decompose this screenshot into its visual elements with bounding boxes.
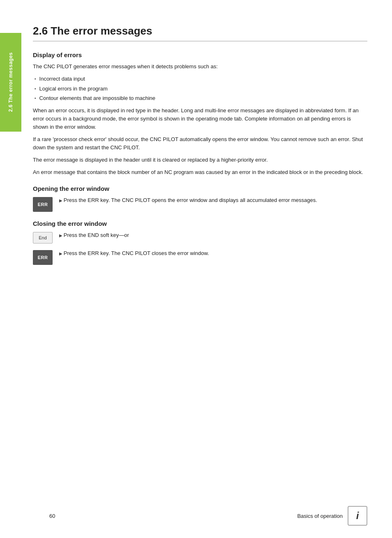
close-end-text: Press the END soft key—or <box>59 231 367 239</box>
display-errors-para2: If a rare 'processor check error' should… <box>33 135 367 152</box>
err-key-open: ERR <box>33 197 53 212</box>
bullet-item-3: Contour elements that are impossible to … <box>35 94 367 102</box>
error-bullet-list: Incorrect data input Logical errors in t… <box>33 75 367 102</box>
bullet-item-1: Incorrect data input <box>35 75 367 83</box>
chapter-title: 2.6 The error messages <box>33 25 367 42</box>
end-key-close: End <box>33 232 53 243</box>
section-heading-closing: Closing the error window <box>33 220 367 227</box>
bullet-item-2: Logical errors in the program <box>35 85 367 93</box>
page-number: 60 <box>49 513 55 519</box>
display-errors-para4: An error message that contains the block… <box>33 168 367 176</box>
close-err-text: Press the ERR key. The CNC PILOT closes … <box>59 249 367 257</box>
open-err-instruction: ERR Press the ERR key. The CNC PILOT ope… <box>33 196 367 212</box>
display-errors-para3: The error message is displayed in the he… <box>33 156 367 164</box>
display-errors-intro: The CNC PILOT generates error messages w… <box>33 63 367 71</box>
open-err-text: Press the ERR key. The CNC PILOT opens t… <box>59 196 367 204</box>
section-heading-opening: Opening the error window <box>33 185 367 192</box>
sidebar: 2.6 The error messages <box>0 0 25 538</box>
close-err-instruction: ERR Press the ERR key. The CNC PILOT clo… <box>33 249 367 265</box>
footer-label: Basics of operation <box>297 513 343 519</box>
section-heading-display-errors: Display of errors <box>33 51 367 58</box>
sidebar-tab: 2.6 The error messages <box>0 33 21 132</box>
footer: 60 Basics of operation i <box>25 506 392 526</box>
main-content: 2.6 The error messages Display of errors… <box>25 0 392 538</box>
sidebar-tab-text: 2.6 The error messages <box>8 52 14 112</box>
close-end-instruction: End Press the END soft key—or <box>33 231 367 243</box>
err-key-close: ERR <box>33 250 53 265</box>
display-errors-para1: When an error occurs, it is displayed in… <box>33 107 367 131</box>
footer-right: Basics of operation i <box>297 506 367 526</box>
info-icon: i <box>348 506 367 526</box>
